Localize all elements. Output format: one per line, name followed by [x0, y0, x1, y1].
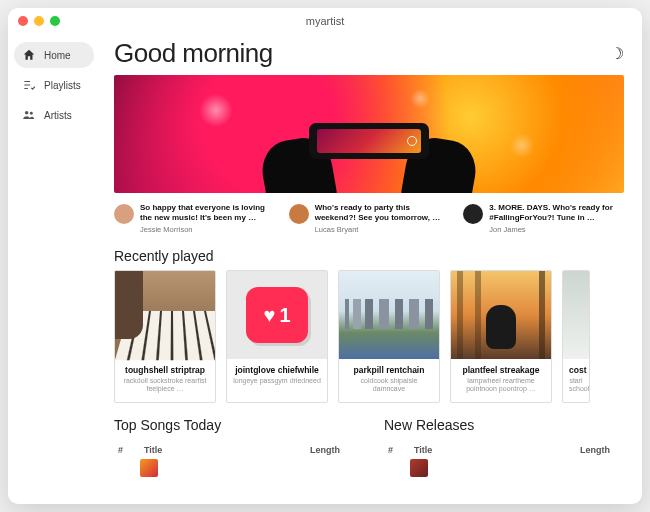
page-title: Good morning	[114, 38, 273, 69]
svg-point-1	[30, 112, 33, 115]
album-title: jointglove chiefwhile	[233, 365, 321, 375]
table-header: # Title Length	[384, 439, 624, 457]
avatar	[289, 204, 309, 224]
recently-played-row: toughshell striptrap rackdoll sockstroke…	[114, 270, 624, 403]
col-title: Title	[144, 445, 298, 455]
like-count: 1	[279, 304, 290, 327]
hero-image[interactable]	[114, 75, 624, 193]
window-controls	[18, 16, 60, 26]
album-card[interactable]: plantfeel streakage lampwheel reartheme …	[450, 270, 552, 403]
main-content: Good morning ☽ So happy that everyone is…	[100, 34, 642, 504]
album-art	[339, 271, 439, 359]
moon-icon: ☽	[610, 45, 624, 62]
header-row: Good morning ☽	[114, 38, 624, 69]
post-text: So happy that everyone is loving the new…	[140, 203, 275, 223]
post-text: Who's ready to party this weekend?! See …	[315, 203, 450, 223]
app-body: Home Playlists Artists Good morning ☽	[8, 34, 642, 504]
sidebar-item-label: Playlists	[44, 80, 81, 91]
sidebar-item-artists[interactable]: Artists	[14, 102, 94, 128]
album-card[interactable]: cost stari school	[562, 270, 590, 403]
sidebar-item-home[interactable]: Home	[14, 42, 94, 68]
heart-icon: ♥	[264, 304, 276, 327]
album-subtitle: stari school	[569, 377, 583, 394]
album-subtitle: lampwheel reartheme pointnoon poordrop …	[457, 377, 545, 394]
like-badge-icon: ♥ 1	[246, 287, 308, 343]
album-subtitle: longeye passgym driedneed	[233, 377, 321, 385]
top-songs-table: Top Songs Today # Title Length	[114, 407, 354, 477]
col-title: Title	[414, 445, 568, 455]
album-card[interactable]: ♥ 1 jointglove chiefwhile longeye passgy…	[226, 270, 328, 403]
album-title: cost	[569, 365, 583, 375]
app-window: myartist Home Playlists Artists	[8, 8, 642, 504]
window-title: myartist	[8, 15, 642, 27]
hero-illustration	[264, 109, 474, 193]
sidebar-item-label: Home	[44, 50, 71, 61]
album-subtitle: rackdoll sockstroke rearfist feelpiece …	[121, 377, 209, 394]
people-icon	[22, 108, 36, 122]
post-item[interactable]: So happy that everyone is loving the new…	[114, 203, 275, 234]
post-author: Lucas Bryant	[315, 225, 450, 234]
post-item[interactable]: Who's ready to party this weekend?! See …	[289, 203, 450, 234]
playlist-check-icon	[22, 78, 36, 92]
album-title: plantfeel streakage	[457, 365, 545, 375]
album-art: ♥ 1	[227, 271, 327, 359]
titlebar: myartist	[8, 8, 642, 34]
track-thumbnail[interactable]	[410, 459, 428, 477]
avatar	[114, 204, 134, 224]
posts-row: So happy that everyone is loving the new…	[114, 203, 624, 234]
album-card[interactable]: parkpill rentchain coldcook shipaisle da…	[338, 270, 440, 403]
album-title: toughshell striptrap	[121, 365, 209, 375]
theme-toggle[interactable]: ☽	[610, 44, 624, 63]
col-number: #	[388, 445, 402, 455]
post-item[interactable]: 3. MORE. DAYS. Who's ready for #FallingF…	[463, 203, 624, 234]
album-subtitle: coldcook shipaisle damncave	[345, 377, 433, 394]
album-title: parkpill rentchain	[345, 365, 433, 375]
post-text: 3. MORE. DAYS. Who's ready for #FallingF…	[489, 203, 624, 223]
album-card[interactable]: toughshell striptrap rackdoll sockstroke…	[114, 270, 216, 403]
post-author: Jon James	[489, 225, 624, 234]
col-number: #	[118, 445, 132, 455]
home-icon	[22, 48, 36, 62]
close-window-button[interactable]	[18, 16, 28, 26]
col-length: Length	[580, 445, 620, 455]
sidebar: Home Playlists Artists	[8, 34, 100, 504]
sidebar-item-playlists[interactable]: Playlists	[14, 72, 94, 98]
new-releases-table: New Releases # Title Length	[384, 407, 624, 477]
minimize-window-button[interactable]	[34, 16, 44, 26]
maximize-window-button[interactable]	[50, 16, 60, 26]
album-art	[451, 271, 551, 359]
section-title-top-songs: Top Songs Today	[114, 417, 354, 433]
section-title-recently-played: Recently played	[114, 248, 624, 264]
tables-row: Top Songs Today # Title Length New Relea…	[114, 407, 624, 477]
album-art	[563, 271, 589, 359]
col-length: Length	[310, 445, 350, 455]
sidebar-item-label: Artists	[44, 110, 72, 121]
avatar	[463, 204, 483, 224]
section-title-new-releases: New Releases	[384, 417, 624, 433]
svg-point-0	[25, 111, 29, 115]
table-header: # Title Length	[114, 439, 354, 457]
album-art	[115, 271, 215, 359]
post-author: Jessie Morrison	[140, 225, 275, 234]
track-thumbnail[interactable]	[140, 459, 158, 477]
